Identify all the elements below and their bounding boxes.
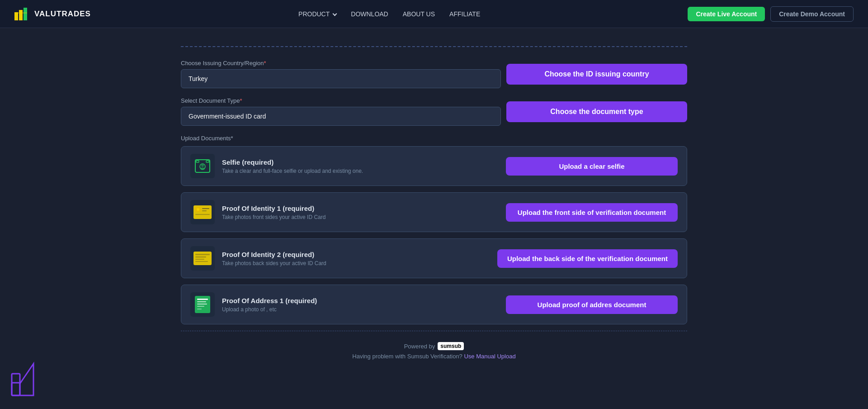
nav-about[interactable]: ABOUT US	[403, 10, 435, 18]
svg-rect-28	[12, 383, 20, 395]
address-icon-container	[190, 292, 215, 317]
upload-id-front-card: Proof Of Identity 1 (required) Take phot…	[181, 192, 687, 232]
section-divider-top	[181, 46, 687, 47]
svg-rect-27	[12, 374, 20, 395]
selfie-icon	[193, 157, 212, 175]
selfie-card-info: Selfie (required) Take a clear and full-…	[222, 158, 363, 174]
nav-links: PRODUCT DOWNLOAD ABOUT US AFFILIATE	[298, 10, 480, 18]
svg-rect-5	[196, 161, 199, 162]
svg-rect-25	[197, 306, 204, 307]
svg-rect-14	[202, 210, 207, 211]
svg-rect-6	[206, 161, 209, 162]
svg-point-12	[197, 208, 199, 211]
sumsub-badge: sumsub	[438, 342, 464, 350]
logo-text: VALUTRADES	[34, 10, 91, 19]
doctype-input[interactable]	[181, 107, 501, 126]
svg-point-8	[201, 164, 204, 167]
address-icon	[194, 295, 211, 314]
logo-icon	[14, 8, 31, 20]
upload-address-card: Proof Of Address 1 (required) Upload a p…	[181, 285, 687, 324]
address-title: Proof Of Address 1 (required)	[222, 297, 317, 304]
country-input[interactable]	[181, 69, 501, 88]
upload-card-left-3: Proof Of Identity 2 (required) Take phot…	[190, 246, 326, 271]
selfie-icon-container	[190, 154, 215, 178]
address-desc: Upload a photo of , etc	[222, 306, 317, 313]
upload-id-back-button[interactable]: Upload the back side of the verification…	[497, 249, 678, 268]
upload-card-left-2: Proof Of Identity 1 (required) Take phot…	[190, 200, 326, 224]
id-back-title: Proof Of Identity 2 (required)	[222, 251, 326, 258]
svg-rect-2	[24, 8, 27, 20]
nav-affiliate[interactable]: AFFILIATE	[449, 10, 480, 18]
selfie-desc: Take a clear and full-face selfie or upl…	[222, 168, 363, 174]
upload-id-front-button[interactable]: Upload the front side of verification do…	[506, 203, 678, 222]
id-back-card-info: Proof Of Identity 2 (required) Take phot…	[222, 251, 326, 266]
manual-upload-link[interactable]: Use Manual Upload	[464, 353, 515, 360]
selfie-title: Selfie (required)	[222, 158, 363, 166]
powered-by: Powered by sumsub	[181, 342, 687, 350]
choose-country-button[interactable]: Choose the ID issuing country	[506, 64, 687, 85]
address-card-info: Proof Of Address 1 (required) Upload a p…	[222, 297, 317, 313]
svg-rect-13	[202, 208, 209, 209]
id-front-title: Proof Of Identity 1 (required)	[222, 204, 326, 212]
upload-selfie-button[interactable]: Upload a clear selfie	[506, 157, 678, 176]
id-front-icon	[193, 205, 212, 219]
create-live-account-button[interactable]: Create Live Account	[688, 7, 765, 21]
nav-download[interactable]: DOWNLOAD	[351, 10, 388, 18]
svg-point-9	[200, 167, 205, 170]
id-back-desc: Take photos back sides your active ID Ca…	[222, 260, 326, 266]
id-front-icon-container	[190, 200, 215, 224]
upload-card-left-4: Proof Of Address 1 (required) Upload a p…	[190, 292, 317, 317]
svg-rect-26	[197, 309, 202, 309]
upload-selfie-card: Selfie (required) Take a clear and full-…	[181, 146, 687, 186]
svg-rect-3	[14, 12, 27, 14]
nav-product[interactable]: PRODUCT	[298, 10, 336, 18]
create-demo-account-button[interactable]: Create Demo Account	[770, 6, 854, 22]
svg-rect-17	[195, 254, 210, 255]
nav-actions: Create Live Account Create Demo Account	[688, 6, 854, 22]
country-field-group: Choose Issuing Country/Region*	[181, 60, 501, 88]
id-front-desc: Take photos front sides your active ID C…	[222, 214, 326, 220]
doctype-field-group: Select Document Type*	[181, 97, 501, 126]
footer-manual-upload: Having problem with Sumsub Verification?…	[181, 353, 687, 360]
country-label: Choose Issuing Country/Region*	[181, 60, 501, 67]
upload-id-back-card: Proof Of Identity 2 (required) Take phot…	[181, 238, 687, 278]
logo: VALUTRADES	[14, 8, 91, 20]
svg-rect-16	[193, 252, 212, 265]
svg-rect-23	[197, 301, 206, 302]
brand-mark-icon	[11, 360, 42, 396]
id-back-icon	[193, 251, 212, 266]
svg-rect-22	[197, 299, 208, 300]
bottom-logo-mark	[11, 360, 42, 398]
svg-rect-19	[195, 259, 204, 260]
upload-section-label: Upload Documents*	[181, 135, 687, 142]
doctype-label: Select Document Type*	[181, 97, 501, 104]
upload-card-left: Selfie (required) Take a clear and full-…	[190, 154, 363, 178]
svg-rect-15	[195, 214, 210, 215]
svg-rect-20	[195, 261, 208, 262]
footer-section: Powered by sumsub Having problem with Su…	[181, 331, 687, 367]
id-back-icon-container	[190, 246, 215, 271]
svg-rect-1	[19, 10, 23, 20]
chevron-down-icon	[333, 11, 337, 16]
upload-address-button[interactable]: Upload proof of addres document	[506, 295, 678, 314]
upload-documents-section: Upload Documents* Selfie (req	[181, 135, 687, 324]
svg-rect-24	[197, 304, 207, 304]
id-front-card-info: Proof Of Identity 1 (required) Take phot…	[222, 204, 326, 220]
country-row: Choose Issuing Country/Region* Choose th…	[181, 60, 687, 88]
doctype-row: Select Document Type* Choose the documen…	[181, 97, 687, 126]
svg-rect-18	[195, 257, 206, 257]
choose-doctype-button[interactable]: Choose the document type	[506, 101, 687, 122]
